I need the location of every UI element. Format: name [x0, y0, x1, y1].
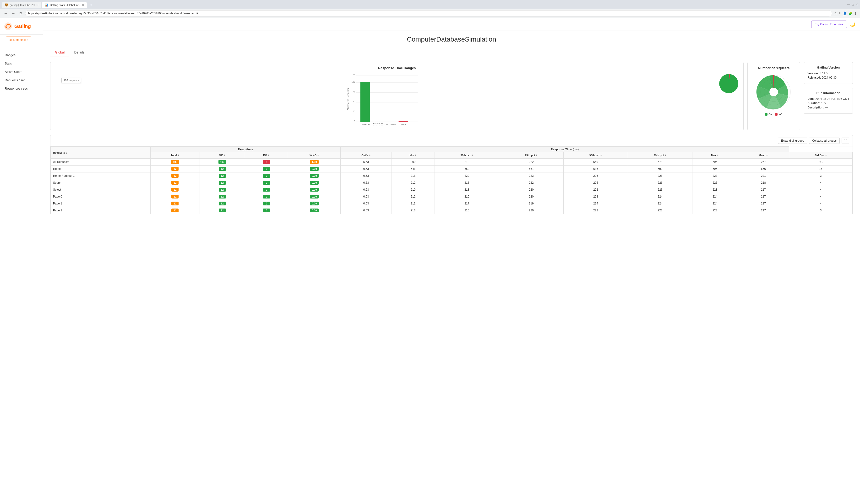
cell-ko: 2 — [245, 159, 288, 165]
bookmark-icon[interactable]: ☆ — [834, 12, 837, 15]
svg-rect-15 — [360, 82, 370, 122]
cell-p50: 218 — [434, 186, 499, 193]
col-max[interactable]: Max ⬍ — [692, 152, 737, 159]
cell-mean: 656 — [737, 165, 789, 173]
documentation-button[interactable]: Documentation — [6, 36, 31, 43]
cell-cnt-s: 5.53 — [341, 159, 391, 165]
collapse-all-button[interactable]: Collapse all groups — [809, 137, 840, 144]
col-pct-ko[interactable]: % KO ⬍ — [288, 152, 341, 159]
tab-global[interactable]: Global — [50, 48, 69, 57]
refresh-button[interactable]: ↻ — [18, 10, 23, 16]
date-row: Date: 2024-08-08 10:14:06 GMT — [807, 97, 849, 101]
sidebar-item-stats[interactable]: Stats — [0, 59, 43, 68]
col-cnt-s[interactable]: Cnt/s ⬍ — [341, 152, 391, 159]
expand-all-button[interactable]: Expand all groups — [778, 137, 807, 144]
tab-1-close[interactable]: ✕ — [36, 4, 39, 7]
legend-ko: KO — [775, 113, 782, 116]
sidebar-item-active-users[interactable]: Active Users — [0, 68, 43, 76]
menu-icon[interactable]: ⋮ — [854, 12, 857, 15]
cell-ok: 12 — [200, 207, 245, 214]
cell-ok: 103 — [200, 159, 245, 165]
col-ko[interactable]: KO ⬍ — [245, 152, 288, 159]
address-input[interactable] — [25, 10, 832, 16]
col-total[interactable]: Total ⬍ — [150, 152, 200, 159]
cell-cnt-s: 0.63 — [341, 207, 391, 214]
col-min[interactable]: Min ⬍ — [391, 152, 434, 159]
sidebar-item-requests-sec[interactable]: Requests / sec — [0, 76, 43, 84]
top-header: Try Gatling Enterprise 🌙 — [43, 18, 860, 31]
cell-min: 212 — [391, 193, 434, 200]
cell-p75: 223 — [499, 173, 563, 179]
cell-p95: 222 — [563, 186, 628, 193]
cell-mean: 221 — [737, 173, 789, 179]
cell-p95: 223 — [563, 193, 628, 200]
gatling-version-title: Gatling Version — [807, 66, 849, 69]
svg-point-27 — [770, 88, 778, 96]
profile-icon[interactable]: 👤 — [843, 12, 847, 15]
cell-total: 12 — [150, 179, 200, 186]
col-p50[interactable]: 50th pct ⬍ — [434, 152, 499, 159]
maximize-button[interactable]: □ — [852, 3, 854, 6]
tab-details[interactable]: Details — [69, 48, 89, 57]
requests-chart-area: OK KO — [751, 73, 796, 116]
col-p95[interactable]: 95th pct ⬍ — [563, 152, 628, 159]
polar-chart-svg — [755, 73, 793, 111]
svg-text:125: 125 — [352, 73, 355, 76]
back-button[interactable]: ← — [3, 10, 9, 16]
extensions-icon[interactable]: 🧩 — [848, 12, 852, 15]
col-ok[interactable]: OK ⬍ — [200, 152, 245, 159]
cell-total: 12 — [150, 207, 200, 214]
cell-ok: 12 — [200, 165, 245, 173]
col-p75[interactable]: 75th pct ⬍ — [499, 152, 563, 159]
cell-std-dev: 16 — [789, 165, 852, 173]
cell-p95: 224 — [563, 200, 628, 207]
cell-ok: 12 — [200, 193, 245, 200]
stats-card: Expand all groups Collapse all groups ⛶ … — [50, 135, 853, 214]
cell-p50: 218 — [434, 179, 499, 186]
col-p99[interactable]: 99th pct ⬍ — [628, 152, 692, 159]
download-icon[interactable]: ⬇ — [838, 12, 841, 15]
close-button[interactable]: ✕ — [856, 3, 858, 6]
cell-mean: 267 — [737, 159, 789, 165]
cell-p75: 220 — [499, 186, 563, 193]
cell-request-name: Page 1 — [51, 200, 150, 207]
cell-p75: 222 — [499, 179, 563, 186]
sidebar-item-responses-sec[interactable]: Responses / sec — [0, 84, 43, 93]
fullscreen-button[interactable]: ⛶ — [842, 137, 849, 144]
response-time-group-header: Response Time (ms) — [341, 147, 789, 152]
legend-ok: OK — [765, 113, 772, 116]
col-mean[interactable]: Mean ⬍ — [737, 152, 789, 159]
cell-std-dev: 4 — [789, 193, 852, 200]
sidebar-item-ranges[interactable]: Ranges — [0, 51, 43, 59]
cell-p99: 678 — [628, 159, 692, 165]
cell-min: 218 — [391, 173, 434, 179]
cell-p95: 223 — [563, 207, 628, 214]
cell-p99: 223 — [628, 207, 692, 214]
minimize-button[interactable]: — — [847, 3, 850, 6]
new-tab-button[interactable]: + — [87, 1, 95, 9]
cell-cnt-s: 0.63 — [341, 186, 391, 193]
cell-pct-ko: 1.90 — [288, 159, 341, 165]
forward-button[interactable]: → — [11, 10, 16, 16]
cell-request-name: All Requests — [51, 159, 150, 165]
cell-total: 105 — [150, 159, 200, 165]
address-right-icons: ☆ ⬇ 👤 🧩 ⋮ — [834, 12, 857, 15]
legend-ko-dot — [775, 113, 777, 116]
tab-2[interactable]: 📊 Gatling Stats - Global Inf... ✕ — [42, 2, 87, 8]
tab-2-close[interactable]: ✕ — [82, 4, 84, 7]
table-row: Search 12 12 0 0.00 0.63 212 218 222 225… — [51, 179, 852, 186]
svg-text:0: 0 — [354, 120, 355, 122]
col-std-dev[interactable]: Std Dev ⬍ — [789, 152, 852, 159]
try-enterprise-button[interactable]: Try Gatling Enterprise — [811, 20, 847, 28]
cell-std-dev: 3 — [789, 173, 852, 179]
cell-max: 224 — [692, 200, 737, 207]
cell-p50: 217 — [434, 200, 499, 207]
stats-toolbar: Expand all groups Collapse all groups ⛶ — [51, 135, 852, 146]
info-cards: Gatling Version Version: 3.11.5 Released… — [804, 62, 853, 130]
cell-min: 210 — [391, 186, 434, 193]
svg-text:Number of Requests: Number of Requests — [347, 88, 349, 110]
col-requests[interactable]: Requests ▲ — [51, 147, 150, 159]
cell-mean: 218 — [737, 179, 789, 186]
tab-1[interactable]: 🐯 gatling | Testkube Pro ✕ — [2, 2, 41, 8]
dark-mode-button[interactable]: 🌙 — [850, 22, 855, 27]
